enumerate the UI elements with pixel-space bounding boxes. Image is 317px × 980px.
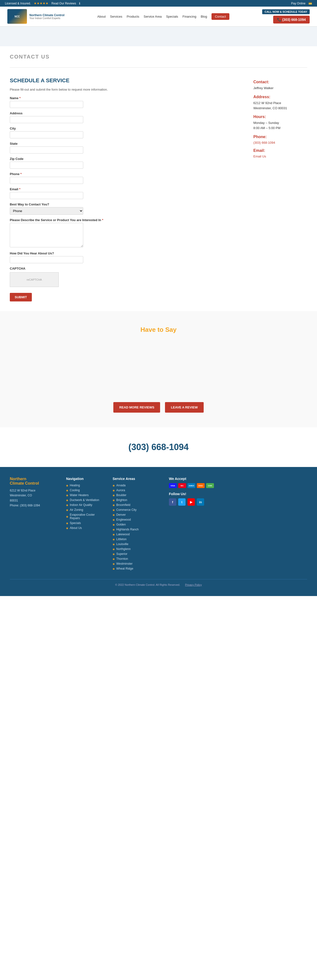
name-group: Name * [10,96,244,108]
hear-input[interactable] [10,256,83,263]
name-input[interactable] [10,101,83,108]
we-accept-title: We Accept [169,477,218,481]
contact-sidebar: Contact: Jeffrey Walker Address: 6212 W … [254,77,307,301]
footer-nav-link[interactable]: Evaporative Cooler Repairs [70,513,105,520]
footer-nav-item: Indoor Air Quality [66,503,105,507]
form-section: SCHEDULE A SERVICE Please fill-out and s… [10,77,244,301]
footer-service-item: Northglenn [113,547,162,551]
footer-service-item: Arvada [113,484,162,487]
footer-service-link[interactable]: Lakewood [116,533,130,536]
footer-nav-link[interactable]: Air Zoning [70,508,83,512]
footer-logo-text: NorthernClimate Control [10,477,59,485]
nav-blog[interactable]: Blog [201,15,207,18]
leave-review-button[interactable]: LEAVE A REVIEW [165,402,203,413]
read-reviews-link[interactable]: Read Our Reviews [51,2,76,5]
service-desc-required: * [102,218,103,222]
footer-service-link[interactable]: Littleton [116,538,127,541]
city-group: City [10,127,244,138]
captcha-widget[interactable]: reCAPTCHA [10,272,59,287]
nav-specials[interactable]: Specials [166,15,178,18]
footer-service-link[interactable]: Broomfield [116,503,130,507]
footer-nav-link[interactable]: Ductwork & Ventilation [70,498,99,502]
footer-service-link[interactable]: Westminster [116,562,132,565]
footer-service-link[interactable]: Wheat Ridge [116,567,133,570]
sidebar-phone-link[interactable]: (303) 668-1094 [254,141,275,145]
footer-nav-link[interactable]: Heating [70,484,80,487]
nav-products[interactable]: Products [127,15,139,18]
footer-address: 6212 W 92nd Place Westminster, CO 80031 … [10,488,59,508]
footer-service-item: Louisville [113,542,162,546]
name-required: * [19,96,21,100]
hero-area [0,27,317,46]
service-desc-textarea[interactable] [10,223,83,247]
read-more-reviews-button[interactable]: READ MORE REVIEWS [113,402,160,413]
nav-services[interactable]: Services [110,15,122,18]
state-input[interactable] [10,146,83,154]
city-input[interactable] [10,131,83,138]
schedule-button[interactable]: CALL NOW & SCHEDULE TODAY [262,9,310,14]
nav-service-area[interactable]: Service Area [144,15,162,18]
social-icons: f t ▶ in [169,498,218,506]
zip-input[interactable] [10,162,83,169]
main-nav: About Services Products Service Area Spe… [97,13,229,20]
footer-service-link[interactable]: Boulder [116,493,126,497]
cta-phone-link[interactable]: (303) 668-1094 [128,442,189,452]
nav-about[interactable]: About [97,15,106,18]
footer-service-list: ArvadaAuroraBoulderBrightonBroomfieldCom… [113,484,162,570]
nav-contact[interactable]: Contact [211,13,229,20]
address-input[interactable] [10,116,83,123]
address-line1: 6212 W 92nd Place [254,101,307,106]
youtube-icon[interactable]: ▶ [187,498,195,506]
footer-service-item: Highlands Ranch [113,528,162,531]
footer-service-item: Lakewood [113,533,162,536]
email-title: Email: [254,148,307,153]
footer-service-link[interactable]: Northglenn [116,547,131,551]
logo-tagline: Your Indoor Comfort Experts [29,17,64,19]
sidebar-email-link[interactable]: Email Us [254,154,266,158]
visa-icon: VISA [169,483,177,488]
email-required: * [19,187,20,191]
submit-button[interactable]: SUBMIT [10,293,32,301]
mastercard-icon: MC [178,483,186,488]
footer-phone-link[interactable]: (303) 668-1094 [20,504,40,507]
email-input[interactable] [10,192,83,199]
footer-service-item: Englewood [113,518,162,521]
footer-service-link[interactable]: Englewood [116,518,131,521]
footer-service-link[interactable]: Louisville [116,542,128,546]
hear-group: How Did You Hear About Us? [10,251,244,263]
facebook-icon[interactable]: f [169,498,176,506]
privacy-policy-link[interactable]: Privacy Policy [185,583,202,586]
footer-nav-link[interactable]: Water Heaters [70,493,89,497]
captcha-label: CAPTCHA [10,267,244,270]
captcha-group: CAPTCHA reCAPTCHA [10,267,244,287]
footer-service-item: Commerce City [113,508,162,512]
footer-service-link[interactable]: Superior [116,552,127,556]
top-bar: Licensed & Insured. ★★★★★ Read Our Revie… [0,0,317,6]
footer-service-link[interactable]: Aurora [116,488,125,492]
nav-financing[interactable]: Financing [182,15,197,18]
footer-service-link[interactable]: Denver [116,513,126,517]
info-icon: ℹ [79,2,80,5]
phone-required: * [20,172,22,176]
top-bar-left: Licensed & Insured. ★★★★★ Read Our Revie… [5,2,80,5]
pay-online-link[interactable]: Pay Online [291,2,306,5]
follow-title: Follow Us! [169,492,218,496]
footer-nav-link[interactable]: About Us [70,526,82,530]
linkedin-icon[interactable]: in [197,498,204,506]
twitter-icon[interactable]: t [178,498,185,506]
footer-service-link[interactable]: Thornton [116,557,128,560]
footer-service-link[interactable]: Brighton [116,498,127,502]
footer-nav-link[interactable]: Indoor Air Quality [70,503,92,507]
licensed-text: Licensed & Insured. [5,2,31,5]
footer-service-item: Golden [113,523,162,526]
footer-nav-item: Ductwork & Ventilation [66,498,105,502]
footer-nav-link[interactable]: Specials [70,521,81,525]
header-phone-button[interactable]: (303) 668-1094 [273,16,310,24]
footer-service-link[interactable]: Highlands Ranch [116,528,139,531]
footer-service-link[interactable]: Arvada [116,484,125,487]
footer-service-link[interactable]: Golden [116,523,126,526]
footer-service-link[interactable]: Commerce City [116,508,136,512]
phone-input[interactable] [10,177,83,184]
contact-way-select[interactable]: Phone Email [10,207,83,215]
footer-nav-link[interactable]: Cooling [70,488,80,492]
